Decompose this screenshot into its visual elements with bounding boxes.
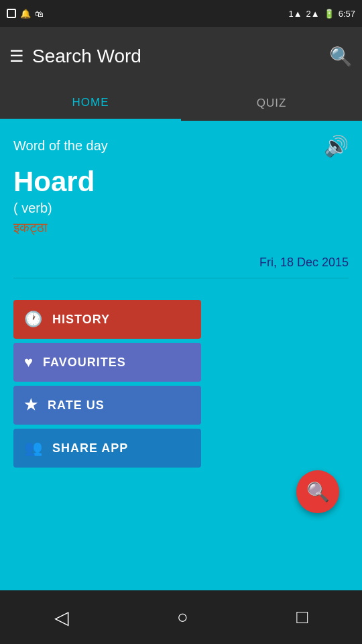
- favourites-label: FAVOURITES: [43, 356, 126, 370]
- floating-search-button[interactable]: 🔍: [296, 470, 339, 513]
- history-label: HISTORY: [52, 313, 110, 327]
- word-translation: इकट्ठा: [13, 220, 349, 235]
- word-of-day-section: Word of the day 🔊 Hoard ( verb) इकट्ठा F…: [0, 121, 362, 289]
- signal1-icon: 1▲: [288, 9, 302, 19]
- share-app-label: SHARE APP: [52, 441, 128, 455]
- signal2-icon: 2▲: [306, 9, 320, 19]
- favourites-button[interactable]: ♥ FAVOURITES: [13, 343, 201, 382]
- tabs-bar: HOME QUIZ: [0, 86, 362, 121]
- rate-us-button[interactable]: ★ RATE US: [13, 386, 201, 425]
- back-button[interactable]: ◁: [54, 606, 69, 629]
- search-icon[interactable]: 🔍: [329, 46, 353, 68]
- history-icon: 🕐: [24, 311, 43, 328]
- bottom-nav: ◁ ○ □: [0, 590, 362, 644]
- home-button[interactable]: ○: [177, 606, 188, 628]
- menu-icon[interactable]: ☰: [9, 47, 24, 66]
- rate-us-label: RATE US: [48, 398, 105, 413]
- history-button[interactable]: 🕐 HISTORY: [13, 300, 201, 339]
- time-display: 6:57: [339, 9, 355, 19]
- star-icon: ★: [24, 396, 38, 414]
- tab-quiz[interactable]: QUIZ: [181, 86, 362, 121]
- screenshot-icon: [7, 9, 16, 18]
- tab-home[interactable]: HOME: [0, 86, 181, 121]
- status-bar: 🔔 🛍 1▲ 2▲ 🔋 6:57: [0, 0, 362, 27]
- word-of-day-header: Word of the day 🔊: [13, 134, 349, 158]
- word-type: ( verb): [13, 201, 349, 216]
- speaker-icon[interactable]: 🔊: [324, 134, 349, 158]
- notification-icon: 🔔: [20, 9, 31, 19]
- heart-icon: ♥: [24, 354, 34, 371]
- share-icon: 👥: [24, 439, 43, 457]
- bag-icon: 🛍: [35, 9, 44, 19]
- word-of-day-label: Word of the day: [13, 138, 108, 154]
- word-date: Fri, 18 Dec 2015: [13, 256, 349, 270]
- page-title: Search Word: [32, 46, 321, 67]
- status-left-icons: 🔔 🛍: [7, 9, 44, 19]
- top-bar: ☰ Search Word 🔍: [0, 27, 362, 86]
- battery-icon: 🔋: [324, 9, 335, 19]
- button-list: 🕐 HISTORY ♥ FAVOURITES ★ RATE US 👥 SHARE…: [0, 289, 362, 478]
- word-main: Hoard: [13, 166, 349, 198]
- share-app-button[interactable]: 👥 SHARE APP: [13, 429, 201, 468]
- divider: [13, 278, 349, 278]
- floating-search-icon: 🔍: [306, 481, 330, 503]
- recent-apps-button[interactable]: □: [296, 606, 308, 628]
- status-right-icons: 1▲ 2▲ 🔋 6:57: [288, 9, 355, 19]
